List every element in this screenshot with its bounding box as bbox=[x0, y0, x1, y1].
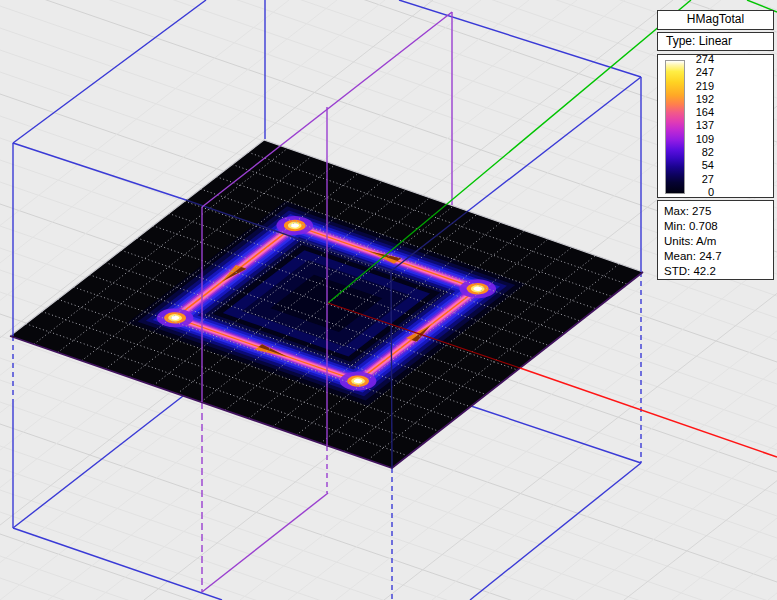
stat-std: STD: 42.2 bbox=[664, 264, 773, 279]
tick-label: 0 bbox=[688, 186, 714, 199]
colorbar-tick-labels: 274 247 219 192 164 137 109 82 54 27 0 bbox=[688, 53, 714, 199]
3d-modeler-viewport[interactable]: HMagTotal Type: Linear 274 247 219 192 1… bbox=[0, 0, 777, 600]
tick-label: 109 bbox=[688, 133, 714, 146]
legend-scale-type: Type: Linear bbox=[657, 32, 774, 51]
stat-min: Min: 0.708 bbox=[664, 219, 773, 234]
tick-label: 274 bbox=[688, 53, 714, 66]
tick-label: 27 bbox=[688, 173, 714, 186]
tick-label: 219 bbox=[688, 80, 714, 93]
legend-color-scale: 274 247 219 192 164 137 109 82 54 27 0 bbox=[657, 54, 774, 198]
legend-statistics: Max: 275 Min: 0.708 Units: A/m Mean: 24.… bbox=[657, 200, 774, 280]
colorbar-gradient bbox=[665, 60, 685, 194]
tick-label: 247 bbox=[688, 66, 714, 79]
legend-title: HMagTotal bbox=[657, 10, 774, 30]
tick-label: 54 bbox=[688, 159, 714, 172]
tick-label: 192 bbox=[688, 93, 714, 106]
stat-units: Units: A/m bbox=[664, 234, 773, 249]
tick-label: 82 bbox=[688, 146, 714, 159]
stat-max: Max: 275 bbox=[664, 204, 773, 219]
tick-label: 164 bbox=[688, 106, 714, 119]
tick-label: 137 bbox=[688, 119, 714, 132]
stat-mean: Mean: 24.7 bbox=[664, 249, 773, 264]
